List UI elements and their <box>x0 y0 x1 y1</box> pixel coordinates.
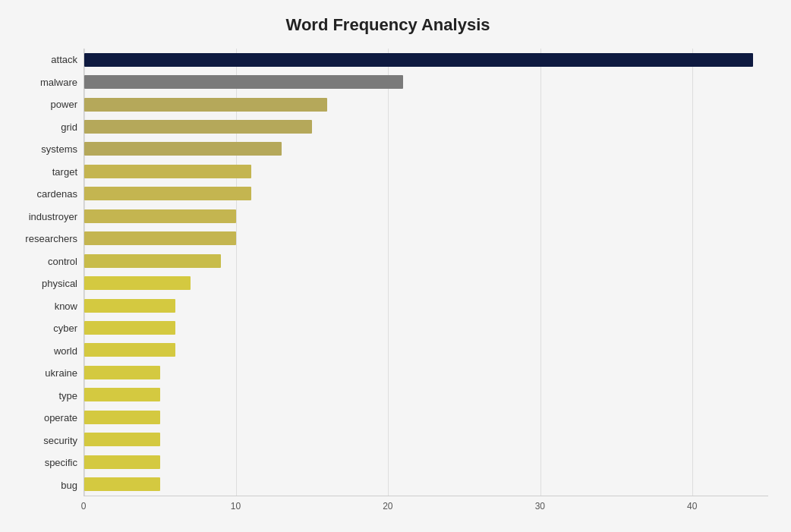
y-label: world <box>54 341 77 360</box>
bar-row <box>84 140 768 157</box>
bar <box>84 477 160 491</box>
y-label: malware <box>40 72 77 92</box>
bar-row <box>84 431 768 448</box>
bar-row <box>84 342 768 358</box>
bar <box>84 187 251 200</box>
bar-row <box>84 476 768 493</box>
bar-row <box>84 253 768 269</box>
grid-line <box>388 49 389 496</box>
bar-row <box>84 208 768 225</box>
bar <box>84 209 236 223</box>
bar <box>84 53 753 67</box>
bar-row <box>84 230 768 247</box>
bar-row <box>84 163 768 180</box>
bar <box>84 299 175 313</box>
grid-line <box>84 49 85 496</box>
y-label: cyber <box>53 319 77 338</box>
bar <box>84 231 236 245</box>
bar-row <box>84 320 768 336</box>
bar-row <box>84 409 768 426</box>
bar <box>84 120 312 134</box>
bar-row <box>84 185 768 202</box>
x-tick: 20 <box>383 501 392 512</box>
bar <box>84 388 160 401</box>
bar-row <box>84 364 768 381</box>
bar-row <box>84 96 768 113</box>
bar-row <box>84 297 768 314</box>
y-label: attack <box>51 50 77 70</box>
y-label: ukraine <box>45 364 77 383</box>
y-label: systems <box>41 140 77 159</box>
bar-row <box>84 118 768 135</box>
y-label: industroyer <box>29 206 77 226</box>
y-axis: attackmalwarepowergridsystemstargetcarde… <box>8 49 84 496</box>
y-label: bug <box>61 475 77 495</box>
bar <box>84 411 160 424</box>
bar <box>84 433 160 446</box>
x-tick: 30 <box>535 501 545 512</box>
y-label: physical <box>42 274 77 294</box>
bar <box>84 75 403 89</box>
bar <box>84 343 175 357</box>
bar <box>84 98 327 112</box>
y-label: operate <box>44 408 77 428</box>
y-label: grid <box>61 117 77 137</box>
x-tick: 0 <box>81 501 87 512</box>
bar-row <box>84 275 768 291</box>
x-axis: 010203040 <box>84 496 768 512</box>
y-label: researchers <box>25 229 77 249</box>
chart-container: Word Frequency Analysis attackmalwarepow… <box>0 0 791 532</box>
chart-area: attackmalwarepowergridsystemstargetcarde… <box>8 49 768 496</box>
chart-title: Word Frequency Analysis <box>8 15 768 35</box>
grid-line <box>692 49 693 496</box>
grid-line <box>540 49 541 496</box>
y-label: specific <box>45 453 77 473</box>
x-tick: 40 <box>687 501 697 512</box>
grid-line <box>236 49 237 496</box>
bar-row <box>84 386 768 403</box>
bar <box>84 165 251 178</box>
y-label: cardenas <box>37 184 77 204</box>
bar <box>84 254 221 268</box>
bar-row <box>84 454 768 471</box>
x-tick: 10 <box>231 501 241 512</box>
bar <box>84 321 175 335</box>
bar-row <box>84 74 768 90</box>
bar <box>84 366 160 379</box>
y-label: power <box>51 95 77 115</box>
bar <box>84 142 282 156</box>
bar <box>84 455 160 469</box>
y-label: control <box>48 251 77 271</box>
y-label: know <box>55 296 77 316</box>
bar <box>84 276 191 290</box>
bars-area <box>84 49 768 496</box>
y-label: target <box>52 162 77 181</box>
bar-row <box>84 52 768 68</box>
y-label: type <box>58 386 77 405</box>
y-label: security <box>43 430 77 450</box>
